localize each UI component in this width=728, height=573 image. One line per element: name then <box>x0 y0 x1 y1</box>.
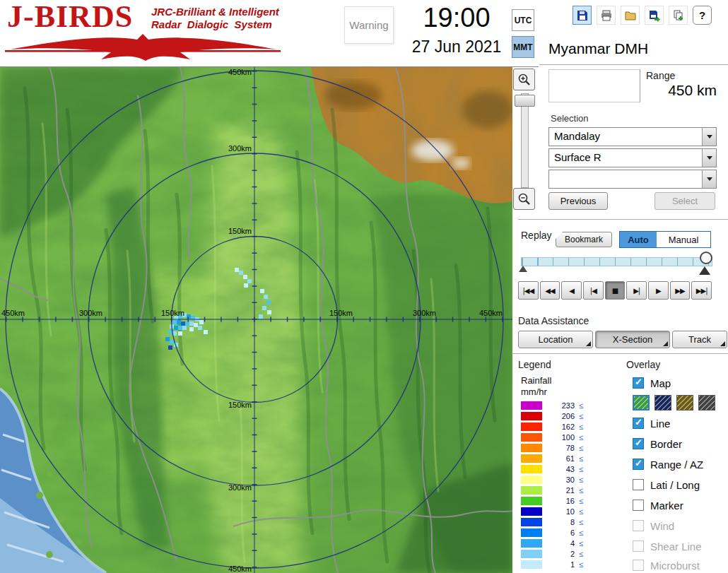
mmt-button[interactable]: MMT <box>512 36 534 58</box>
zoom-out-button[interactable] <box>513 188 535 210</box>
x-section-button[interactable]: X-Section <box>595 331 670 348</box>
legend-suffix: ≤ <box>579 518 583 526</box>
fast-rewind-button[interactable]: ◀◀ <box>540 281 560 300</box>
wind-checkbox[interactable] <box>633 520 644 531</box>
site-dropdown[interactable]: Mandalay <box>548 127 717 146</box>
legend-value: 206 <box>546 412 575 420</box>
open-button[interactable] <box>621 6 640 25</box>
overlay-item-label: Lati / Long <box>650 479 700 491</box>
legend-suffix: ≤ <box>579 507 583 516</box>
zoom-in-button[interactable] <box>513 69 535 90</box>
legend-value: 1 <box>546 560 575 569</box>
product-dropdown-button[interactable] <box>702 149 716 167</box>
legend-row: 6≤ <box>521 527 583 538</box>
clock-date: 27 Jun 2021 <box>396 37 517 57</box>
microburst-checkbox[interactable] <box>633 560 644 571</box>
zoom-slider[interactable] <box>521 93 529 188</box>
warning-button[interactable]: Warning <box>344 6 394 44</box>
previous-button[interactable]: Previous <box>548 192 608 210</box>
zoom-out-icon <box>517 192 532 206</box>
legend-row: 61≤ <box>521 453 583 463</box>
legend-swatch <box>521 560 542 569</box>
replay-timeline[interactable] <box>521 257 712 266</box>
zoom-in-icon <box>517 73 532 87</box>
legend-value: 8 <box>546 518 575 526</box>
print-button[interactable] <box>597 6 616 25</box>
map-checkbox[interactable] <box>633 377 644 389</box>
print-icon <box>600 9 613 22</box>
site-dropdown-button[interactable] <box>702 128 716 146</box>
radar-map[interactable]: 450km 300km 150km 150km 300km 450km 450k… <box>0 67 512 573</box>
play-reverse-button[interactable]: ◀ <box>561 281 582 300</box>
help-button[interactable]: ? <box>693 6 712 25</box>
legend-scale: 233≤ 206≤ 162≤ 100≤ 78≤ 61≤ 43≤ 30≤ 21≤ … <box>521 400 583 569</box>
separator <box>518 219 728 220</box>
legend-row: 1≤ <box>521 559 583 569</box>
legend-row: 233≤ <box>521 400 583 410</box>
range-az-checkbox[interactable] <box>633 459 644 470</box>
save-button[interactable] <box>573 6 592 25</box>
legend-row: 2≤ <box>521 548 583 559</box>
auto-button[interactable]: Auto <box>620 232 657 247</box>
skip-first-button[interactable]: |◀◀ <box>518 281 539 300</box>
overlay-item-label: Line <box>650 418 670 430</box>
overlay-item-range-az: Range / AZ <box>633 456 703 472</box>
option-dropdown-button[interactable] <box>702 170 716 188</box>
legend-row: 206≤ <box>521 410 583 421</box>
skip-last-button[interactable]: ▶▶| <box>691 281 712 300</box>
legend-suffix: ≤ <box>579 486 583 495</box>
legend-swatch <box>521 550 542 558</box>
separator <box>512 353 728 355</box>
legend-swatch <box>521 486 542 495</box>
track-button[interactable]: Track <box>672 331 727 348</box>
marker-checkbox[interactable] <box>633 500 644 511</box>
range-ring-label: 300km <box>228 483 252 492</box>
chevron-down-icon <box>707 156 712 160</box>
clock-time: 19:00 <box>400 3 513 33</box>
fast-forward-button[interactable]: ▶▶ <box>670 281 691 300</box>
range-ring-label: 450km <box>1 309 25 317</box>
map-style-olive[interactable] <box>676 395 693 410</box>
select-button[interactable]: Select <box>654 192 715 210</box>
overlay-item-marker: Marker <box>633 497 683 513</box>
chevron-down-icon <box>707 135 712 138</box>
range-ring-label: 300km <box>413 309 436 317</box>
range-ring-label: 150km <box>228 227 252 235</box>
map-style-swatches <box>633 395 715 410</box>
stop-button[interactable]: ■ <box>605 281 626 300</box>
add-copy-icon <box>672 9 685 22</box>
map-style-green[interactable] <box>633 395 650 410</box>
location-button[interactable]: Location <box>518 331 593 348</box>
range-value: 450 km <box>636 82 717 99</box>
utc-button[interactable]: UTC <box>512 9 534 31</box>
manual-button[interactable]: Manual <box>657 232 710 247</box>
play-button[interactable]: ▶ <box>648 281 669 300</box>
line-checkbox[interactable] <box>633 418 644 429</box>
legend-suffix: ≤ <box>579 550 583 558</box>
legend-swatch <box>521 444 542 452</box>
station-title: Myanmar DMH <box>548 40 648 57</box>
lati-long-checkbox[interactable] <box>633 479 644 490</box>
product-dropdown[interactable]: Surface R <box>548 148 717 167</box>
legend-swatch <box>521 423 542 431</box>
legend-swatch <box>521 401 542 410</box>
zoom-slider-handle[interactable] <box>515 95 535 107</box>
overlay-item-label: Range / AZ <box>650 459 703 471</box>
step-forward-button[interactable]: ▶| <box>626 281 647 300</box>
legend-row: 78≤ <box>521 442 583 453</box>
timeline-handle[interactable] <box>700 252 712 264</box>
step-back-button[interactable]: |◀ <box>583 281 604 300</box>
map-style-gray[interactable] <box>698 395 715 410</box>
option-dropdown[interactable] <box>548 170 717 189</box>
add-copy-button[interactable] <box>669 6 688 25</box>
legend-row: 30≤ <box>521 474 583 485</box>
overlay-item-label: Shear Line <box>650 540 702 553</box>
bookmark-button[interactable]: Bookmark <box>556 232 612 247</box>
border-checkbox[interactable] <box>633 438 644 449</box>
save-icon <box>576 9 589 22</box>
map-style-navy[interactable] <box>654 395 671 410</box>
shear-line-checkbox[interactable] <box>633 540 644 552</box>
overlay-item-label: Border <box>650 438 682 450</box>
export-button[interactable] <box>645 6 664 25</box>
overlay-item-label: Wind <box>650 520 674 532</box>
